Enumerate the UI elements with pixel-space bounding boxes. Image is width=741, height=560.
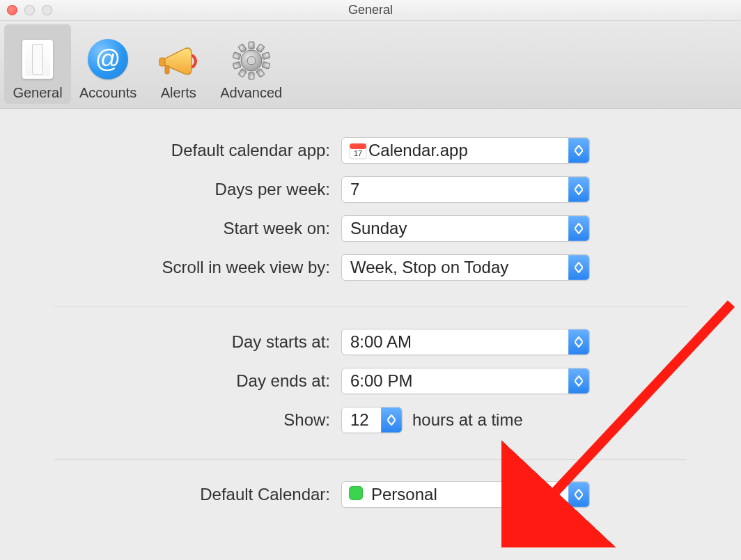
close-window-button[interactable] (7, 5, 17, 15)
row-day-starts: Day starts at: 8:00 AM (0, 322, 741, 361)
zoom-window-button[interactable] (42, 5, 52, 15)
tab-label: Accounts (79, 85, 136, 101)
stepper-arrows-icon (568, 255, 589, 280)
tab-alerts[interactable]: Alerts (145, 24, 212, 104)
day-starts-label: Day starts at: (0, 332, 341, 352)
day-ends-popup[interactable]: 6:00 PM (341, 368, 590, 394)
minimize-window-button[interactable] (24, 5, 35, 15)
stepper-arrows-icon (568, 329, 589, 355)
tab-advanced[interactable]: Advanced (212, 24, 290, 104)
stepper-arrows-icon (568, 368, 589, 394)
row-show-hours: Show: 12 hours at a time (0, 400, 741, 440)
at-icon: @ (86, 38, 130, 81)
show-hours-value: 12 (342, 410, 377, 430)
show-hours-suffix: hours at a time (412, 410, 523, 430)
day-ends-value: 6:00 PM (342, 371, 421, 391)
calendar-color-icon (342, 485, 363, 504)
show-hours-popup[interactable]: 12 (341, 407, 403, 433)
divider (54, 306, 687, 307)
row-day-ends: Day ends at: 6:00 PM (0, 361, 741, 400)
start-week-on-value: Sunday (342, 219, 415, 238)
calendar-app-icon: 17 (342, 141, 360, 160)
svg-point-4 (247, 56, 256, 65)
tab-label: Advanced (220, 85, 282, 101)
days-per-week-value: 7 (342, 180, 368, 199)
megaphone-icon (157, 40, 200, 81)
stepper-arrows-icon (381, 407, 402, 433)
stepper-arrows-icon (568, 482, 589, 507)
default-app-popup[interactable]: 17 Calendar.app (341, 137, 590, 164)
show-hours-label: Show: (0, 410, 341, 430)
default-app-label: Default calendar app: (0, 141, 341, 160)
window-title: General (348, 3, 393, 17)
gear-icon (231, 40, 272, 81)
svg-rect-0 (159, 58, 165, 66)
row-default-calendar: Default Calendar: Personal (0, 475, 741, 514)
day-ends-label: Day ends at: (0, 371, 341, 391)
days-per-week-popup[interactable]: 7 (341, 176, 590, 203)
preferences-body: Default calendar app: 17 Calendar.app D (0, 109, 741, 560)
row-default-app: Default calendar app: 17 Calendar.app (0, 131, 741, 170)
tab-general[interactable]: General (4, 24, 71, 104)
days-per-week-label: Days per week: (0, 180, 341, 199)
day-starts-popup[interactable]: 8:00 AM (341, 329, 590, 355)
row-days-per-week: Days per week: 7 (0, 170, 741, 209)
stepper-arrows-icon (568, 138, 589, 163)
default-calendar-label: Default Calendar: (0, 485, 341, 504)
tab-label: General (13, 85, 62, 101)
start-week-on-label: Start week on: (0, 219, 341, 238)
day-starts-value: 8:00 AM (342, 332, 420, 352)
preferences-toolbar: General @ Accounts Alerts (0, 21, 741, 109)
start-week-on-popup[interactable]: Sunday (341, 215, 590, 242)
default-app-value: Calendar.app (360, 141, 476, 160)
svg-rect-3 (249, 42, 254, 49)
scroll-week-popup[interactable]: Week, Stop on Today (341, 254, 590, 281)
scroll-week-label: Scroll in week view by: (0, 258, 341, 277)
titlebar: General (0, 0, 741, 21)
tab-label: Alerts (161, 85, 196, 101)
stepper-arrows-icon (568, 177, 589, 202)
row-scroll-week: Scroll in week view by: Week, Stop on To… (0, 248, 741, 287)
tab-accounts[interactable]: @ Accounts (71, 24, 145, 104)
svg-rect-1 (165, 65, 169, 74)
default-calendar-value: Personal (363, 485, 446, 504)
default-calendar-popup[interactable]: Personal (341, 481, 590, 508)
traffic-lights (7, 5, 52, 15)
stepper-arrows-icon (568, 216, 589, 241)
scroll-week-value: Week, Stop on Today (342, 258, 517, 277)
row-start-week-on: Start week on: Sunday (0, 209, 741, 248)
divider (54, 459, 687, 460)
general-icon (16, 38, 59, 81)
